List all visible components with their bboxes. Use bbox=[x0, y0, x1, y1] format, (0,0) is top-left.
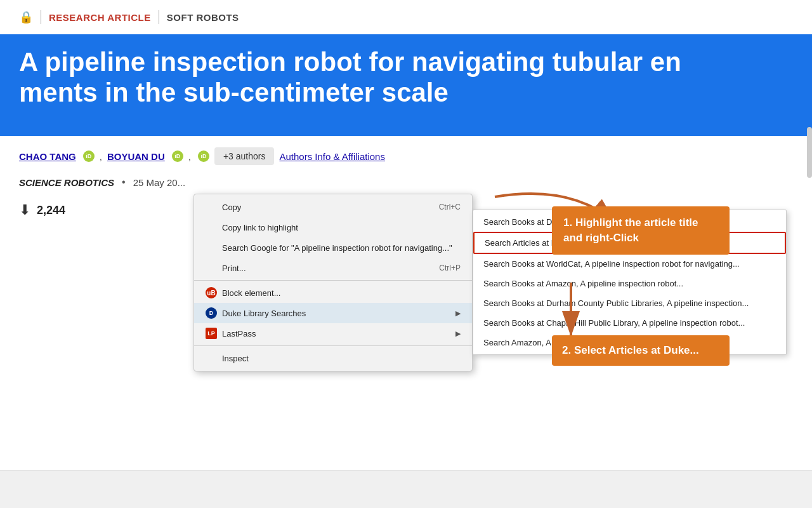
duke-icon: D bbox=[206, 307, 217, 319]
orcid-icon-2: iD bbox=[172, 150, 183, 162]
orcid-icon-1: iD bbox=[83, 150, 95, 162]
submenu-item-3[interactable]: Search Books at Amazon, A pipeline inspe… bbox=[473, 274, 786, 293]
separator-2 bbox=[194, 345, 472, 346]
divider bbox=[41, 10, 41, 24]
scroll-indicator[interactable] bbox=[807, 127, 812, 178]
annotation-step2-text: 2. Select Articles at Duke... bbox=[562, 344, 699, 356]
submenu-arrow-lastpass: ▶ bbox=[455, 330, 461, 338]
author-chao-tang[interactable]: CHAO TANG bbox=[19, 151, 76, 162]
submenu-item-5[interactable]: Search Books at Chaple Hill Public Libra… bbox=[473, 313, 786, 333]
submenu-item-2[interactable]: Search Books at WorldCat, A pipeline ins… bbox=[473, 254, 786, 274]
copy-shortcut: Ctrl+C bbox=[439, 203, 461, 211]
author-sep-1: , bbox=[100, 151, 102, 162]
print-icon bbox=[206, 262, 217, 274]
copy-link-label: Copy link to highlight bbox=[222, 223, 298, 232]
article-title: A pipeline inspection robot for navigati… bbox=[19, 47, 681, 107]
search-google-icon bbox=[206, 242, 217, 253]
lock-icon: 🔒 bbox=[19, 10, 33, 24]
lastpass-label: LastPass bbox=[222, 329, 256, 338]
annotation-step2: 2. Select Articles at Duke... bbox=[552, 335, 730, 366]
soft-robots-label: SOFT ROBOTS bbox=[167, 12, 239, 23]
block-element-label: Block element... bbox=[222, 288, 281, 298]
publish-date: 25 May 20... bbox=[133, 177, 186, 188]
context-inspect[interactable]: Inspect bbox=[194, 348, 472, 368]
author-sep-2: , bbox=[188, 151, 191, 162]
author-boyuan-du[interactable]: BOYUAN DU bbox=[107, 151, 165, 162]
context-search-google[interactable]: Search Google for "A pipeline inspection… bbox=[194, 237, 472, 258]
context-lastpass[interactable]: LP LastPass ▶ bbox=[194, 323, 472, 344]
copy-link-icon bbox=[206, 222, 217, 233]
plus-authors-button[interactable]: +3 authors bbox=[214, 147, 275, 165]
download-icon: ⬇ bbox=[19, 202, 30, 218]
title-banner: A pipeline inspection robot for navigati… bbox=[0, 34, 812, 136]
context-menu: Copy Ctrl+C Copy link to highlight Searc… bbox=[193, 194, 473, 371]
context-print[interactable]: Print... Ctrl+P bbox=[194, 258, 472, 278]
divider2 bbox=[159, 10, 159, 24]
copy-label: Copy bbox=[222, 203, 241, 212]
research-article-label: RESEARCH ARTICLE bbox=[49, 12, 151, 23]
search-google-label: Search Google for "A pipeline inspection… bbox=[222, 243, 452, 253]
context-duke-library[interactable]: D Duke Library Searches ▶ bbox=[194, 303, 472, 323]
separator-1 bbox=[194, 280, 472, 281]
annotation-step1-text: 1. Highlight the article title and right… bbox=[563, 217, 698, 244]
context-block-element[interactable]: uB Block element... bbox=[194, 283, 472, 303]
meta-separator: • bbox=[122, 177, 126, 188]
context-copy-link[interactable]: Copy link to highlight bbox=[194, 217, 472, 237]
block-element-icon: uB bbox=[206, 287, 217, 298]
inspect-icon bbox=[206, 352, 217, 364]
journal-name: SCIENCE ROBOTICS bbox=[19, 177, 114, 188]
meta-row: SCIENCE ROBOTICS • 25 May 20... bbox=[0, 171, 812, 193]
submenu-item-4[interactable]: Search Books at Durham County Public Lib… bbox=[473, 293, 786, 313]
duke-library-label: Duke Library Searches bbox=[222, 309, 306, 318]
affiliations-link[interactable]: Authors Info & Affiliations bbox=[279, 151, 385, 162]
inspect-label: Inspect bbox=[222, 354, 249, 363]
print-label: Print... bbox=[222, 264, 246, 273]
footer-bar bbox=[0, 470, 812, 508]
print-shortcut: Ctrl+P bbox=[439, 264, 461, 272]
download-count: 2,244 bbox=[37, 204, 65, 217]
context-copy[interactable]: Copy Ctrl+C bbox=[194, 197, 472, 217]
submenu-arrow-duke: ▶ bbox=[455, 309, 461, 318]
authors-row: CHAO TANG iD , BOYUAN DU iD , iD +3 auth… bbox=[0, 136, 812, 171]
orcid-icon-3: iD bbox=[198, 150, 209, 162]
copy-icon bbox=[206, 201, 217, 213]
annotation-step1: 1. Highlight the article title and right… bbox=[552, 206, 730, 255]
lastpass-icon: LP bbox=[206, 328, 217, 339]
top-bar: 🔒 RESEARCH ARTICLE SOFT ROBOTS bbox=[0, 0, 812, 34]
